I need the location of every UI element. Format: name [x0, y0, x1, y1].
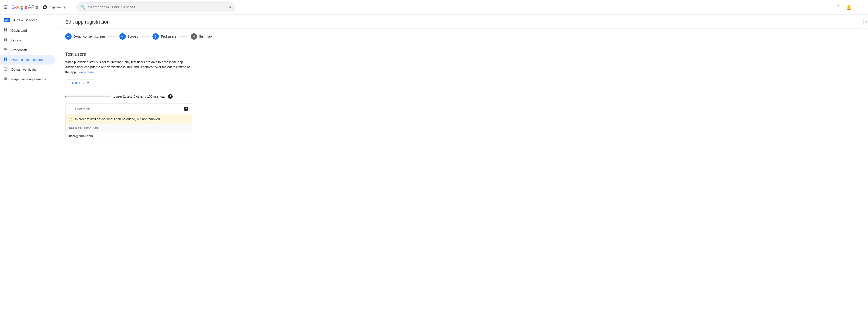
sidebar-title: APIs & Services: [13, 18, 38, 22]
svg-rect-13: [6, 59, 7, 61]
user-information-header: User information: [69, 126, 98, 130]
credentials-icon: [4, 47, 8, 53]
content-area: Edit app registration OAuth consent scre…: [58, 14, 868, 334]
step-test-users-number: 3: [155, 35, 157, 38]
project-name: myproject: [49, 5, 63, 9]
search-input[interactable]: [88, 5, 229, 9]
step-summary-circle: 4: [191, 33, 197, 40]
sidebar-item-library-label: Library: [11, 38, 21, 42]
step-oauth-consent-circle: [65, 33, 71, 40]
learn-more-link[interactable]: Learn more: [78, 70, 94, 74]
more-options-button[interactable]: ⋮: [855, 3, 864, 12]
sidebar-item-domain-verification[interactable]: Domain verification: [0, 65, 55, 74]
svg-rect-12: [4, 59, 5, 61]
svg-rect-4: [4, 38, 4, 41]
table-row: user@gmail.com: [65, 132, 192, 140]
users-table: Filter table ? ⚠ In order to limit abuse…: [65, 103, 192, 140]
step-oauth-consent-label: OAuth consent screen: [73, 35, 105, 38]
progress-bar-fill: [65, 96, 66, 97]
table-header: User information: [65, 124, 192, 132]
page-usage-icon: [4, 76, 8, 82]
warning-row: ⚠ In order to limit abuse, users can be …: [65, 114, 192, 124]
progress-help-icon[interactable]: ?: [168, 94, 173, 99]
filter-icon: [69, 106, 73, 111]
search-icon: 🔍: [80, 5, 85, 10]
step-connector-1: [107, 36, 117, 37]
step-connector-2: [141, 36, 150, 37]
sidebar-item-library[interactable]: Library: [0, 35, 55, 45]
svg-rect-10: [4, 58, 5, 59]
sidebar-item-oauth-consent-label: OAuth consent screen: [11, 58, 43, 62]
sidebar-item-domain-label: Domain verification: [11, 68, 38, 71]
collapse-icon: ◁: [865, 20, 867, 24]
menu-icon[interactable]: ☰: [4, 4, 8, 10]
add-users-button[interactable]: + ADD USERS: [65, 79, 94, 87]
notifications-button[interactable]: 🔔: [844, 3, 854, 12]
step-connector-3: [179, 36, 188, 37]
search-dropdown-icon: ▾: [229, 5, 231, 10]
filter-table-label[interactable]: Filter table: [75, 107, 90, 111]
sidebar: API APIs & Services Dashboard: [0, 14, 58, 334]
step-scopes-circle: [119, 33, 126, 40]
help-button[interactable]: ?: [834, 3, 843, 12]
step-test-users-circle: 3: [153, 33, 159, 40]
step-summary-label: Summary: [199, 35, 213, 38]
progress-text: 1 user (1 test, 0 other) / 100 user cap: [113, 95, 165, 98]
user-email-cell: user@gmail.com: [69, 134, 93, 138]
sidebar-item-credentials[interactable]: Credentials: [0, 45, 55, 55]
step-summary-number: 4: [193, 35, 195, 38]
page-title: Edit app registration: [65, 19, 861, 25]
library-icon: [4, 38, 8, 43]
svg-point-17: [4, 79, 4, 80]
svg-point-7: [4, 48, 6, 50]
sidebar-item-page-usage[interactable]: Page usage agreements: [0, 74, 55, 84]
api-badge-icon: API: [4, 18, 10, 22]
dashboard-icon: [4, 28, 8, 33]
sidebar-item-credentials-label: Credentials: [11, 48, 27, 52]
svg-rect-1: [6, 28, 7, 30]
step-test-users: 3 Test users: [153, 33, 176, 40]
table-help-icon[interactable]: ?: [184, 107, 188, 111]
content-body: Test users While publishing status is se…: [58, 44, 868, 147]
svg-rect-3: [6, 30, 7, 31]
search-bar[interactable]: 🔍 ▾: [76, 2, 235, 12]
table-filter-row: Filter table ?: [65, 103, 192, 114]
step-test-users-label: Test users: [161, 35, 176, 38]
warning-text: In order to limit abuse, users can be ad…: [75, 117, 160, 121]
page-header: Edit app registration: [58, 14, 868, 29]
svg-rect-0: [4, 28, 5, 30]
oauth-consent-icon: [4, 57, 8, 62]
sidebar-item-dashboard[interactable]: Dashboard: [0, 26, 55, 35]
section-title: Test users: [65, 52, 861, 57]
step-scopes: Scopes: [119, 33, 138, 40]
right-panel-collapse-button[interactable]: ◁: [864, 18, 868, 26]
project-dropdown-icon: ▾: [63, 5, 65, 10]
sidebar-item-page-usage-label: Page usage agreements: [11, 77, 46, 81]
svg-rect-5: [5, 38, 5, 41]
step-summary: 4 Summary: [191, 33, 213, 40]
project-selector[interactable]: myproject ▾: [41, 4, 67, 11]
svg-rect-6: [6, 38, 7, 41]
svg-point-16: [4, 78, 4, 79]
svg-rect-2: [4, 30, 5, 31]
step-scopes-label: Scopes: [128, 35, 138, 38]
filter-left: Filter table: [69, 106, 90, 111]
warning-icon: ⚠: [69, 116, 73, 122]
svg-point-15: [4, 77, 4, 78]
svg-rect-11: [6, 58, 7, 59]
api-badge: API APIs & Services: [0, 16, 58, 26]
step-oauth-consent: OAuth consent screen: [65, 33, 105, 40]
stepper: OAuth consent screen Scopes 3 Test users: [58, 29, 868, 44]
progress-section: 1 user (1 test, 0 other) / 100 user cap …: [65, 94, 861, 99]
sidebar-item-oauth-consent[interactable]: OAuth consent screen: [0, 55, 55, 65]
topbar-right-actions: ? 🔔 ⋮: [834, 3, 864, 12]
description-text: While publishing status is set to "Testi…: [65, 60, 192, 75]
topbar: ☰ Google APIs myproject ▾ 🔍 ▾ ? 🔔 ⋮: [0, 0, 868, 14]
sidebar-item-dashboard-label: Dashboard: [11, 29, 27, 32]
domain-verification-icon: [4, 67, 8, 72]
project-dot-icon: [43, 5, 47, 9]
google-logo: Google APIs: [11, 4, 38, 10]
progress-bar: [65, 96, 111, 97]
main-layout: API APIs & Services Dashboard: [0, 14, 868, 334]
